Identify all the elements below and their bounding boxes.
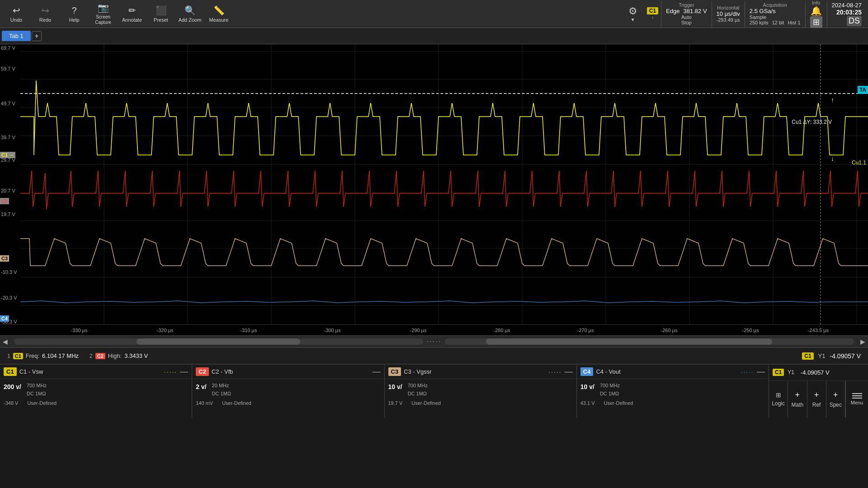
c4-badge: C4 — [580, 367, 594, 376]
menu-lines-icon — [852, 393, 862, 399]
x-label-250: -250 µs — [742, 328, 759, 333]
ref-button[interactable]: + Ref — [807, 381, 826, 418]
preset-button[interactable]: ⬛ Preset — [146, 1, 175, 27]
spec-plus-icon: + — [833, 390, 838, 400]
c1-top-badge: C1 — [773, 369, 784, 376]
x-label-310: -310 µs — [241, 328, 257, 333]
measure-icon: 📏 — [213, 5, 225, 16]
tab-1[interactable]: Tab 1 — [2, 31, 31, 41]
c4-channel-marker: C4 — [0, 315, 9, 322]
ref-label: Ref — [812, 402, 821, 408]
info-block: Info 🔔 ⊞ — [805, 1, 827, 27]
c3-minimize-button[interactable]: — — [565, 367, 573, 376]
scroll-handle-right[interactable] — [486, 338, 772, 345]
c4-minimize-button[interactable]: — — [757, 367, 765, 376]
waveform-area: 69.7 V 59.7 V 49.7 V 39.7 V 29.7 V 20.7 … — [0, 44, 868, 324]
ref-plus-icon: + — [814, 390, 819, 400]
channel-3-panel: C3 C3 - Vgssr ····· — 10 v/ 700 MHz DC 1… — [385, 365, 577, 418]
y-label-397: 39.7 V — [1, 135, 15, 140]
y-label-497: 49.7 V — [1, 101, 15, 106]
math-button[interactable]: + Math — [788, 381, 807, 418]
c2-minimize-button[interactable]: — — [373, 367, 381, 376]
c4-signal-label: C4 - Vout — [596, 368, 738, 375]
c1-signal-label: C1 - Vsw — [19, 368, 161, 375]
menu-label: Menu — [851, 400, 863, 405]
measurement-bar: 1 C1 Freq: 6.104 17 MHz 2 C2 High: 3.343… — [0, 348, 868, 364]
right-buttons: ⊞ Logic + Math + Ref + Spec M — [769, 381, 868, 418]
y-label-597: 59.7 V — [1, 66, 15, 71]
settings-gear[interactable]: ⚙ ▼ — [622, 1, 644, 27]
annotate-button[interactable]: ✏ Annotate — [118, 1, 146, 27]
c1-channel-marker: C1 → — [0, 152, 15, 158]
measure-button[interactable]: 📏 Measure — [204, 1, 233, 27]
c1-minimize-button[interactable]: — — [180, 367, 188, 376]
y-label-207: 20.7 V — [1, 188, 15, 193]
screen-capture-button[interactable]: 📷 ScreenCapture — [89, 1, 118, 27]
gear-icon: ⚙ — [628, 5, 637, 17]
toolbar: ↩ Undo ↪ Redo ? Help 📷 ScreenCapture ✏ A… — [0, 0, 868, 28]
logic-button[interactable]: ⊞ Logic — [769, 381, 788, 418]
logic-icon: ⊞ — [776, 391, 781, 399]
measure-item-1: 1 C1 Freq: 6.104 17 MHz — [7, 352, 79, 359]
redo-button[interactable]: ↪ Redo — [31, 1, 60, 27]
y-label-n203: -20.3 V — [1, 295, 17, 300]
undo-button[interactable]: ↩ Undo — [2, 1, 31, 27]
channel-4-panel: C4 C4 - Vout ····· — 10 v/ 700 MHz DC 1M… — [577, 365, 769, 418]
spec-button[interactable]: + Spec — [826, 381, 845, 418]
y-label-n103: -10.3 V — [1, 269, 17, 275]
help-button[interactable]: ? Help — [60, 1, 89, 27]
c4-dots: ····· — [741, 368, 754, 375]
scroll-center-dots: ····· — [427, 338, 441, 346]
channel-4-header[interactable]: C4 C4 - Vout ····· — — [577, 365, 769, 379]
scroll-right-button[interactable]: ▶ — [858, 338, 868, 345]
c2-signal-label: C2 - Vfb — [212, 368, 370, 375]
right-panel: C1 Y1 -4.09057 V ⊞ Logic + Math + Ref + … — [769, 365, 868, 418]
c1-badge: C1 — [4, 367, 17, 376]
ds-icon: DS — [847, 16, 862, 26]
y1-label: Y1 — [788, 369, 794, 375]
x-label-280: -280 µs — [494, 328, 510, 333]
help-icon: ? — [71, 5, 76, 16]
add-zoom-button[interactable]: 🔍 Add Zoom — [175, 1, 204, 27]
scroll-track[interactable] — [14, 338, 423, 345]
trigger-arrow-icon: ↑ — [651, 15, 654, 20]
channel-3-header[interactable]: C3 C3 - Vgssr ····· — — [385, 365, 576, 379]
zoom-icon: 🔍 — [184, 5, 196, 16]
redo-icon: ↪ — [42, 5, 49, 16]
tabbar: Tab 1 + — [0, 28, 868, 44]
c2-channel-marker: C2 — [0, 198, 9, 204]
channel-4-body: 10 v/ 700 MHz DC 1MΩ 43.1 V User-Defined — [577, 379, 769, 410]
x-axis: -330 µs -320 µs -310 µs -300 µs -290 µs … — [0, 324, 868, 335]
x-label-330: -330 µs — [71, 328, 88, 333]
x-label-2435: -243.5 µs — [808, 328, 829, 333]
scroll-track-right[interactable] — [445, 338, 854, 345]
add-tab-button[interactable]: + — [32, 31, 42, 41]
horizontal-block: Horizontal 10 µs/div -293.49 µs — [712, 1, 745, 27]
channel-1-body: 200 v/ 700 MHz DC 1MΩ -348 V User-Define… — [0, 379, 192, 410]
channel-2-header[interactable]: C2 C2 - Vfb — — [192, 365, 384, 379]
y-label-697: 69.7 V — [1, 45, 15, 51]
menu-button[interactable]: Menu — [845, 381, 868, 418]
datetime-block: 2024-08-27 20:03:25 DS — [827, 1, 867, 27]
c3-dots: ····· — [548, 368, 561, 375]
pencil-icon: ✏ — [128, 5, 136, 16]
chevron-down-icon: ▼ — [631, 17, 635, 22]
y-label-197: 19.7 V — [1, 211, 15, 217]
x-label-290: -290 µs — [410, 328, 427, 333]
y1-value: -4.09057 V — [801, 369, 830, 376]
acquisition-block: Acquisition 2.5 GSa/s Sample 250 kpts 12… — [745, 1, 805, 27]
channel-1-panel: C1 C1 - Vsw ····· — 200 v/ 700 MHz DC 1M… — [0, 365, 192, 418]
scroll-handle[interactable] — [137, 338, 300, 345]
right-measure-top: C1 Y1 -4.09057 V — [769, 365, 868, 381]
trigger-block: Trigger Edge 381.82 V Auto Stop — [661, 1, 711, 27]
channel-2-panel: C2 C2 - Vfb — 2 v/ 20 MHz DC 1MΩ 140 mV … — [192, 365, 384, 418]
channel-1-header[interactable]: C1 C1 - Vsw ····· — — [0, 365, 192, 379]
undo-icon: ↩ — [13, 5, 20, 16]
scroll-left-button[interactable]: ◀ — [0, 338, 10, 345]
logic-label: Logic — [772, 400, 785, 407]
x-label-260: -260 µs — [661, 328, 678, 333]
c1-trigger-badge: C1 ↑ — [644, 7, 661, 20]
measure-item-2: 2 C2 High: 3.3433 V — [90, 352, 148, 359]
math-plus-icon: + — [795, 390, 800, 400]
waveform-svg — [20, 44, 868, 324]
